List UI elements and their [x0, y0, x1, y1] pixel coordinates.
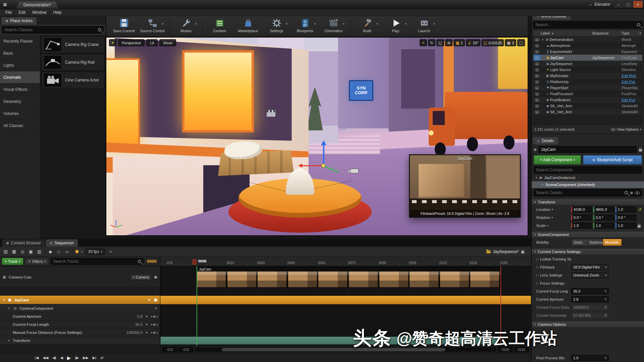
actor-label[interactable]: PlayerStart [550, 86, 592, 90]
menu-help[interactable]: Help [50, 10, 65, 15]
dropdown-arrow-icon[interactable]: ▾ [343, 22, 344, 25]
eye-cell[interactable] [533, 86, 541, 89]
mobility-movable-button[interactable]: Movable [603, 239, 622, 246]
track-search[interactable] [51, 258, 144, 265]
visibility-eye-icon[interactable] [535, 56, 539, 59]
search-classes-input[interactable] [4, 27, 96, 32]
timeline-ruler[interactable]: -015 0015 0030 0045 0060 0075 0090 0105 … [160, 257, 531, 266]
maximize-viewport-button[interactable]: ▢ [517, 39, 525, 46]
visibility-eye-icon[interactable] [535, 74, 539, 77]
minimize-button[interactable]: – [614, 1, 623, 8]
track-manual-focus-distance[interactable]: Manual Focus Distance (Focus Settings) 1… [0, 328, 160, 337]
location-x-field[interactable]: 4236.0 [571, 206, 592, 213]
actor-label[interactable]: PlatformUp [550, 80, 592, 84]
category-lights[interactable]: Lights [0, 59, 40, 71]
column-label[interactable]: Label▲ [541, 31, 592, 35]
lens-settings-dropdown[interactable]: Universal Zoom▾ [571, 272, 609, 278]
expand-arrow-icon[interactable]: ▷ [536, 274, 539, 277]
add-track-button[interactable]: + Track ▾ [2, 258, 23, 265]
dropdown-arrow-icon[interactable]: ▾ [551, 216, 553, 219]
eye-cell[interactable] [533, 93, 541, 96]
dropdown-arrow-icon[interactable]: ▾ [376, 22, 378, 25]
fps-dropdown[interactable]: 30 fps ▾ [85, 248, 105, 255]
actor-label[interactable]: JayCam [550, 56, 592, 60]
content-button[interactable]: Content [205, 18, 234, 33]
outliner-search[interactable] [533, 21, 643, 28]
blueprint-add-script-button[interactable]: ⊕ Blueprint/Add Script [583, 155, 642, 165]
grid-snap-button[interactable]: ▦1 [453, 39, 465, 46]
menu-window[interactable]: Window [29, 10, 50, 15]
play-button[interactable]: Play ▾ [381, 18, 410, 33]
list-item-cine-camera-actor[interactable]: Cine Camera Actor [41, 72, 105, 88]
actor-label[interactable]: Atmospheric [550, 44, 592, 48]
scale-x-field[interactable]: 1.0 [571, 223, 592, 229]
visibility-eye-icon[interactable] [535, 62, 539, 65]
actor-label[interactable]: JaySequence [550, 62, 592, 66]
eye-cell[interactable] [533, 55, 541, 61]
table-row[interactable]: ☁ Atmospheric Atmosph [533, 43, 642, 49]
next-key-button[interactable]: |▶ [75, 356, 79, 360]
scale-label[interactable]: Scale▾ [536, 224, 571, 228]
expand-arrow-icon[interactable]: ▷ [536, 265, 539, 269]
actor-label[interactable]: Light Source [550, 68, 592, 72]
table-row[interactable]: ☀ Light Source Direction [533, 67, 642, 73]
camera-preview-window[interactable]: JayCam FilmbackPreset: 16:9 Digital Film… [409, 155, 521, 218]
next-key-icon[interactable]: ▸ [156, 315, 158, 318]
build-button[interactable]: Build ▾ [353, 18, 381, 33]
details-search[interactable]: ▦ [534, 189, 642, 196]
auto-key-icon[interactable] [75, 250, 79, 253]
eye-cell[interactable] [533, 68, 541, 71]
range-start-field[interactable]: -015 [162, 347, 177, 352]
menu-edit[interactable]: Edit [15, 10, 29, 15]
search-tracks-input[interactable] [53, 259, 136, 264]
cinematic-clapper-marker[interactable] [266, 110, 276, 117]
add-section-icon[interactable]: + [154, 306, 158, 311]
visibility-eye-icon[interactable] [535, 50, 539, 53]
place-actors-search[interactable] [2, 26, 104, 34]
perspective-button[interactable]: Perspective [118, 39, 145, 46]
save-current-button[interactable]: Save Current [110, 18, 138, 33]
location-y-field[interactable]: 4841.0 [593, 206, 614, 213]
actor-label[interactable]: ExponentialH [550, 50, 592, 54]
collapse-arrow-icon[interactable]: ▾ [534, 250, 536, 253]
rotation-label[interactable]: Rotation▾ [536, 216, 571, 220]
lookat-tracking-row[interactable]: ▷Lookat Tracking Se [532, 255, 644, 263]
scale-tool-button[interactable]: ◱ [436, 39, 444, 46]
mobility-stationary-button[interactable]: Stationary [587, 239, 603, 246]
table-row[interactable]: ◫ PlatformUp Edit Plat [533, 79, 642, 85]
table-row[interactable]: ▤ JaySequence LevelSeq [533, 61, 642, 67]
camera-speed-button[interactable]: ▣3 [505, 39, 516, 46]
level-tab[interactable]: Demonstration* [16, 2, 59, 9]
table-row[interactable]: ◧ MyElevator Edit MyE [533, 73, 642, 79]
go-to-front-button[interactable]: |◀ [35, 356, 39, 360]
dropdown-arrow-icon[interactable]: ▾ [81, 250, 83, 253]
visibility-eye-icon[interactable] [535, 111, 539, 114]
play-forward-button[interactable]: ▶ [67, 355, 71, 361]
jump-forward-button[interactable]: ▶▶ [83, 356, 89, 360]
add-key-icon[interactable]: + [145, 330, 149, 335]
sequence-lock-icon[interactable] [521, 251, 524, 253]
tab-place-actors[interactable]: ▦ Place Actors [1, 17, 37, 24]
actor-label[interactable]: SK_Veh_Arm [550, 104, 592, 108]
table-row[interactable]: ◆ SK_Veh_Arm SkeletalM [533, 109, 642, 115]
focus-settings-row[interactable]: ▷Focus Settings [532, 279, 644, 287]
eye-cell[interactable] [533, 80, 541, 83]
rotation-x-field[interactable]: 0.0 ° [571, 215, 592, 221]
camera-swap-icon[interactable]: ▣ [153, 298, 158, 302]
current-frame-field[interactable]: 0000 [146, 259, 158, 264]
visibility-eye-icon[interactable] [535, 80, 539, 83]
expand-arrow-icon[interactable]: ▷ [536, 282, 539, 285]
eye-cell[interactable] [533, 99, 541, 102]
view-start-field[interactable]: -015 [178, 347, 193, 352]
mobility-static-button[interactable]: Static [572, 239, 587, 246]
reset-to-default-icon[interactable]: ↺ [638, 207, 641, 212]
category-all-classes[interactable]: All Classes [0, 120, 40, 132]
visibility-eye-icon[interactable] [535, 105, 539, 108]
category-basic[interactable]: Basic [0, 47, 40, 59]
column-type[interactable]: Type▾ [622, 31, 642, 35]
expand-arrow-icon[interactable]: ▾ [541, 38, 545, 41]
next-key-icon[interactable]: ▸ [156, 323, 158, 326]
grid-view-icon[interactable]: ▦ [630, 191, 633, 194]
actor-label[interactable]: Demonstration [549, 38, 592, 42]
aperture-field[interactable]: 2.8 [571, 296, 609, 302]
